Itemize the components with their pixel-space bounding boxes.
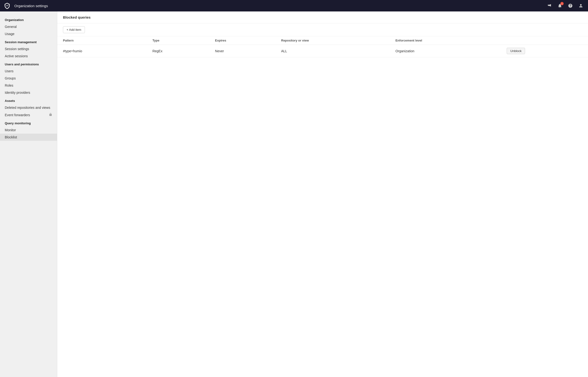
blocked-queries-table: Pattern Type Expires Repository or view …: [57, 36, 588, 57]
navbar-logo[interactable]: [4, 2, 11, 9]
navbar-title: Organization settings: [14, 4, 546, 8]
lock-icon: [49, 113, 52, 117]
sidebar-item-session-settings[interactable]: Session settings: [0, 45, 57, 52]
sidebar-item-general[interactable]: General: [0, 23, 57, 30]
sidebar-item-deleted-repos[interactable]: Deleted repositories and views: [0, 104, 57, 111]
cell-pattern: #type=humio: [57, 45, 147, 57]
sidebar: Organization General Usage Session manag…: [0, 12, 57, 377]
logo-icon: [4, 2, 11, 9]
content-header: Blocked queries: [57, 12, 588, 24]
notifications-icon[interactable]: 1: [556, 2, 563, 9]
sidebar-section-organization: Organization: [0, 15, 57, 23]
sidebar-item-groups[interactable]: Groups: [0, 75, 57, 82]
unblock-button[interactable]: Unblock: [507, 48, 525, 54]
col-actions: [501, 36, 588, 45]
notification-badge: 1: [560, 2, 564, 5]
col-pattern: Pattern: [57, 36, 147, 45]
navbar-icons: 1: [546, 2, 584, 9]
navbar: Organization settings 1: [0, 0, 588, 12]
app-layout: Organization General Usage Session manag…: [0, 12, 588, 377]
col-type: Type: [147, 36, 209, 45]
sidebar-section-query-monitoring: Query monitoring: [0, 118, 57, 127]
cell-enforcement: Organization: [390, 45, 501, 57]
cell-type: RegEx: [147, 45, 209, 57]
col-expires: Expires: [209, 36, 275, 45]
sidebar-section-users: Users and permissions: [0, 60, 57, 68]
cell-action: Unblock: [501, 45, 588, 57]
main-content: Blocked queries + Add item Pattern Type …: [57, 12, 588, 377]
sidebar-item-event-forwarders[interactable]: Event forwarders: [0, 111, 57, 118]
sidebar-item-blocklist[interactable]: Blocklist: [0, 134, 57, 141]
sidebar-item-usage[interactable]: Usage: [0, 30, 57, 37]
sidebar-item-roles[interactable]: Roles: [0, 82, 57, 89]
toolbar: + Add item: [57, 24, 588, 36]
add-item-button[interactable]: + Add item: [63, 26, 85, 33]
section-title: Blocked queries: [63, 15, 582, 19]
sidebar-item-identity-providers[interactable]: Identity providers: [0, 89, 57, 96]
megaphone-icon[interactable]: [546, 2, 553, 9]
sidebar-item-active-sessions[interactable]: Active sessions: [0, 52, 57, 60]
account-icon[interactable]: [577, 2, 584, 9]
cell-repo-view: ALL: [275, 45, 390, 57]
cell-expires: Never: [209, 45, 275, 57]
table-row: #type=humio RegEx Never ALL Organization…: [57, 45, 588, 57]
table-container: Pattern Type Expires Repository or view …: [57, 36, 588, 57]
sidebar-item-monitor[interactable]: Monitor: [0, 127, 57, 134]
sidebar-section-session: Session management: [0, 37, 57, 45]
col-repo-view: Repository or view: [275, 36, 390, 45]
col-enforcement: Enforcement level: [390, 36, 501, 45]
sidebar-item-users[interactable]: Users: [0, 68, 57, 75]
sidebar-section-assets: Assets: [0, 96, 57, 104]
help-icon[interactable]: [567, 2, 574, 9]
